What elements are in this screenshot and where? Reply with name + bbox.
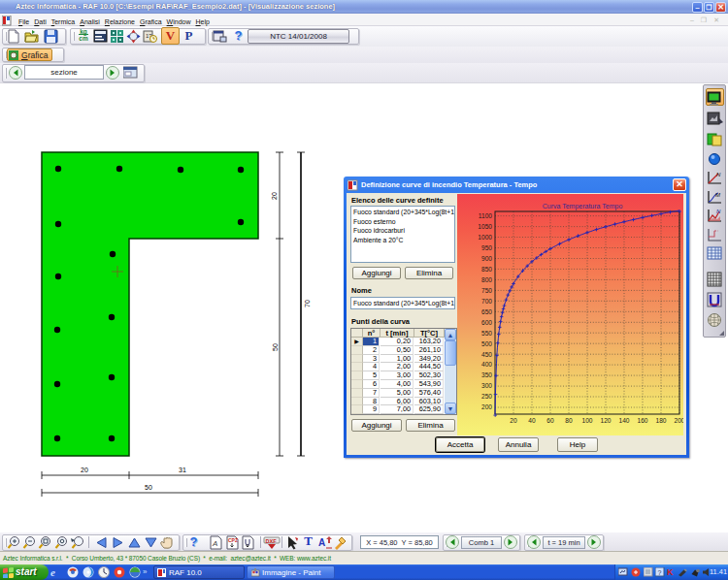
svg-text:550: 550: [481, 330, 492, 337]
svg-text:Curva Temperatura Tempo: Curva Temperatura Tempo: [543, 203, 623, 210]
svg-text:200: 200: [674, 417, 683, 424]
svg-text:1050: 1050: [478, 223, 492, 230]
svg-text:500: 500: [481, 340, 492, 347]
svg-text:?: ?: [658, 569, 662, 576]
svg-text:400: 400: [481, 361, 492, 368]
svg-text:200: 200: [481, 403, 492, 410]
svg-text:50: 50: [272, 343, 279, 351]
svg-text:A: A: [212, 539, 217, 548]
svg-text:350: 350: [481, 371, 492, 378]
svg-text:100: 100: [581, 417, 592, 424]
svg-text:1100: 1100: [479, 212, 493, 219]
svg-text:20: 20: [510, 417, 517, 424]
svg-text:180: 180: [655, 417, 666, 424]
svg-text:650: 650: [481, 308, 492, 315]
svg-text:950: 950: [481, 244, 492, 251]
svg-text:50: 50: [145, 484, 152, 491]
svg-text:M: M: [715, 192, 720, 198]
svg-text:120: 120: [600, 417, 611, 424]
svg-text:40: 40: [528, 417, 536, 424]
svg-text:1000: 1000: [478, 234, 492, 241]
svg-text:20: 20: [81, 467, 88, 473]
svg-text:70: 70: [304, 300, 311, 307]
svg-text:900: 900: [481, 255, 492, 262]
svg-text:N: N: [716, 209, 721, 214]
svg-text:450: 450: [481, 351, 492, 358]
svg-text:250: 250: [481, 393, 492, 400]
svg-text:700: 700: [481, 298, 492, 305]
svg-text:60: 60: [546, 417, 554, 424]
svg-text:300: 300: [481, 382, 492, 389]
svg-text:N: N: [716, 172, 721, 177]
svg-text:750: 750: [481, 287, 492, 294]
svg-text:31: 31: [179, 467, 186, 473]
svg-text:20: 20: [271, 192, 278, 200]
svg-text:800: 800: [481, 276, 492, 283]
svg-text:600: 600: [481, 319, 492, 326]
svg-text:80: 80: [565, 417, 573, 424]
svg-text:K: K: [667, 567, 674, 577]
svg-text:140: 140: [618, 417, 629, 424]
svg-text:DXF: DXF: [266, 538, 278, 544]
svg-text:850: 850: [481, 266, 492, 273]
svg-text:CPZ: CPZ: [228, 537, 238, 543]
svg-text:A: A: [318, 537, 325, 548]
svg-text:160: 160: [637, 417, 647, 424]
